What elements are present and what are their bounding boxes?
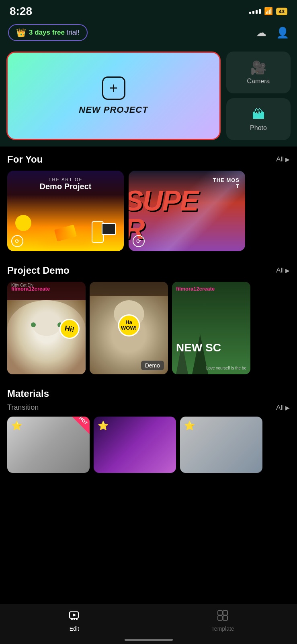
for-you-arrow-icon: ▶ [285, 156, 290, 163]
project-demo-title: Project Demo [7, 265, 70, 276]
home-indicator [125, 639, 173, 641]
project-row: + NEW PROJECT 🎥 Camera 🏔 Photo [6, 52, 291, 147]
camera-icon: 🎥 [250, 60, 266, 75]
svg-rect-5 [218, 611, 222, 615]
transition-header: Transition All ▶ [7, 403, 290, 412]
project-demo-all-button[interactable]: All ▶ [276, 266, 290, 275]
material-star-icon-3: ⭐ [184, 421, 195, 431]
status-icons: 📶 43 [249, 7, 287, 16]
materials-section: Materials Transition All ▶ HOT ⭐ ⭐ ⭐ [0, 381, 297, 478]
demo-badge: Demo [141, 361, 164, 370]
demo-card-2[interactable]: HaWOW! Demo [90, 282, 168, 374]
materials-title: Materials [7, 388, 290, 399]
for-you-carousel: THE ART OF Demo Project ⟳ THE MOST SUPER… [7, 171, 290, 258]
nav-item-template[interactable]: Template [149, 610, 297, 632]
svg-marker-1 [73, 613, 76, 617]
main-content-top: + NEW PROJECT 🎥 Camera 🏔 Photo [0, 47, 297, 147]
project-demo-header: Project Demo All ▶ [7, 265, 290, 276]
project-demo-carousel: Kitty Cat Div filmora12create Hi! HaWOW!… [7, 282, 290, 381]
camera-label: Camera [247, 78, 270, 85]
demo-card-1[interactable]: Kitty Cat Div filmora12create Hi! [7, 282, 86, 374]
edit-icon [69, 610, 80, 623]
demo-card-3[interactable]: filmora12create NEW SC Love yourself is … [172, 282, 250, 374]
material-star-icon-2: ⭐ [98, 421, 109, 431]
yellow-circle-decoration [15, 215, 31, 231]
battery-indicator: 43 [276, 8, 287, 15]
project-demo-section: Project Demo All ▶ Kitty Cat Div filmora… [0, 258, 297, 381]
wow-sticker: HaWOW! [118, 314, 140, 336]
demo-decorations [7, 187, 124, 251]
header-icons: ☁ 👤 [256, 27, 289, 39]
new-project-label: NEW PROJECT [79, 105, 148, 115]
svg-rect-3 [74, 619, 75, 620]
for-you-section: For You All ▶ THE ART OF Demo Project [0, 147, 297, 258]
photo-icon: 🏔 [252, 107, 265, 122]
project-demo-arrow-icon: ▶ [285, 267, 290, 274]
super-text: SUPER [129, 187, 198, 243]
svg-rect-8 [223, 616, 227, 620]
demo-play-icon: ⟳ [11, 235, 23, 247]
transition-all-label: All [276, 404, 284, 412]
svg-rect-4 [76, 619, 78, 620]
trial-badge-text: 3 days free trial! [29, 29, 80, 37]
material-star-icon-1: ⭐ [11, 421, 22, 431]
the-most-text: THE MOST [213, 177, 240, 189]
photo-button[interactable]: 🏔 Photo [226, 98, 291, 140]
camera-button[interactable]: 🎥 Camera [226, 52, 291, 93]
template-nav-label: Template [211, 625, 234, 632]
material-card-2[interactable]: ⭐ [94, 417, 176, 473]
filmora-tag-3: filmora12create [176, 286, 215, 292]
filmora-tag-1: filmora12create [11, 286, 50, 292]
card-glow-decoration [41, 235, 90, 243]
content-area: For You All ▶ THE ART OF Demo Project [0, 147, 297, 518]
edit-nav-label: Edit [70, 625, 79, 632]
material-card-3[interactable]: ⭐ [180, 417, 262, 473]
bottom-spacer [0, 478, 297, 518]
quick-buttons: 🎥 Camera 🏔 Photo [226, 52, 291, 140]
bottom-nav: Edit Template [0, 604, 297, 644]
signal-dots-icon [249, 9, 261, 14]
for-you-title: For You [7, 154, 43, 165]
nav-item-edit[interactable]: Edit [0, 610, 149, 632]
cloud-sync-button[interactable]: ☁ [256, 27, 266, 39]
transition-arrow-icon: ▶ [285, 405, 290, 411]
new-project-button[interactable]: + NEW PROJECT [6, 52, 221, 140]
new-sc-text: NEW SC [176, 341, 221, 354]
transition-all-button[interactable]: All ▶ [276, 404, 290, 412]
material-card-1[interactable]: HOT ⭐ [7, 417, 90, 473]
super-play-icon: ⟳ [133, 235, 145, 247]
trial-free-text: 3 days free [29, 29, 65, 36]
card-demo-subtitle: THE ART OF [40, 177, 92, 182]
status-bar: 8:28 📶 43 [0, 0, 297, 21]
for-you-all-label: All [276, 155, 284, 163]
photo-label: Photo [250, 124, 267, 132]
transition-label: Transition [7, 403, 39, 412]
app-header: 👑 3 days free trial! ☁ 👤 [0, 21, 297, 47]
svg-rect-7 [218, 616, 222, 620]
clapperboard-decoration [102, 223, 116, 235]
project-demo-all-label: All [276, 266, 284, 275]
status-time: 8:28 [10, 5, 32, 18]
profile-button[interactable]: 👤 [276, 27, 289, 39]
svg-rect-2 [71, 619, 73, 620]
for-you-card-demo[interactable]: THE ART OF Demo Project ⟳ [7, 171, 124, 251]
svg-rect-6 [223, 611, 227, 615]
template-icon [217, 610, 228, 623]
for-you-header: For You All ▶ [7, 154, 290, 165]
crown-icon: 👑 [16, 28, 26, 37]
trial-badge[interactable]: 👑 3 days free trial! [8, 24, 88, 41]
for-you-all-button[interactable]: All ▶ [276, 155, 290, 163]
new-project-plus-icon: + [102, 76, 125, 100]
wifi-icon: 📶 [264, 7, 273, 16]
materials-carousel: HOT ⭐ ⭐ ⭐ [7, 417, 290, 478]
for-you-card-super[interactable]: THE MOST SUPER ⟳ [129, 171, 245, 251]
